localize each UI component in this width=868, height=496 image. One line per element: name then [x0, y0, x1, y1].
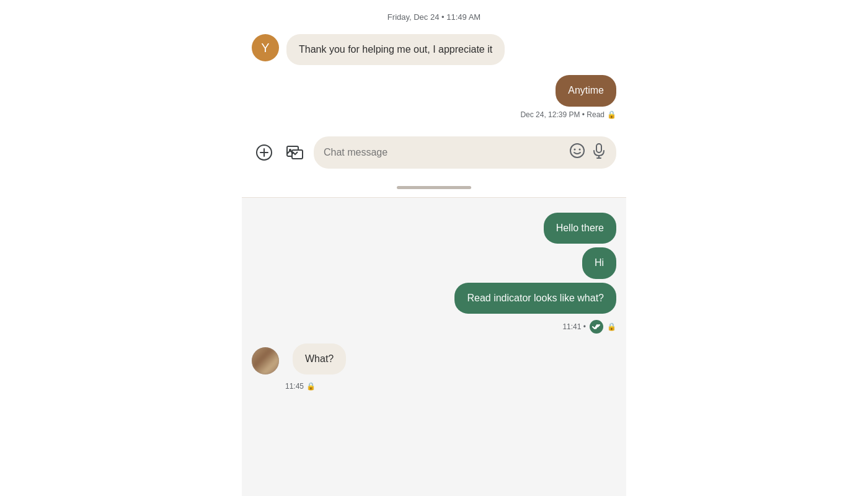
- svg-point-8: [579, 148, 581, 150]
- sent-lock-icon: 🔒: [607, 322, 616, 331]
- sent-status: Dec 24, 12:39 PM • Read 🔒: [520, 110, 616, 119]
- double-check-badge: [590, 320, 603, 334]
- add-button[interactable]: [252, 140, 277, 165]
- svg-rect-4: [292, 150, 303, 159]
- sent-message-row: Anytime Dec 24, 12:39 PM • Read 🔒: [252, 75, 616, 118]
- home-bar: [397, 186, 471, 189]
- double-check-icon: [592, 324, 601, 330]
- received-lock-icon: 🔒: [306, 382, 316, 391]
- home-indicator: [242, 179, 626, 197]
- sent-messages-group: Hello there Hi Read indicator looks like…: [252, 213, 616, 334]
- svg-point-7: [574, 148, 576, 150]
- svg-rect-9: [596, 144, 601, 153]
- avatar-photo: [252, 347, 279, 374]
- emoji-button[interactable]: [569, 143, 585, 162]
- lock-icon: 🔒: [607, 110, 616, 119]
- svg-point-6: [570, 144, 584, 157]
- received-message-row: Y Thank you for helping me out, I apprec…: [252, 34, 616, 65]
- add-icon: [255, 144, 273, 161]
- sent-status-line: 11:41 • 🔒: [562, 320, 616, 334]
- bottom-conversation: Hello there Hi Read indicator looks like…: [242, 198, 626, 496]
- message-input-wrap[interactable]: [314, 136, 616, 169]
- sent-bubble-anytime: Anytime: [556, 75, 616, 106]
- chat-container: Friday, Dec 24 • 11:49 AM Y Thank you fo…: [242, 0, 626, 496]
- sent-bubble-hi: Hi: [582, 247, 616, 278]
- gallery-icon: [286, 144, 304, 161]
- received-status: 11:45 🔒: [285, 382, 616, 391]
- emoji-icon: [569, 143, 585, 159]
- mic-icon: [591, 143, 606, 159]
- message-input[interactable]: [324, 147, 563, 158]
- mic-button[interactable]: [591, 143, 606, 162]
- received-bubble-what: What?: [293, 343, 346, 374]
- input-bar: [242, 129, 626, 179]
- date-label: Friday, Dec 24 • 11:49 AM: [252, 12, 616, 22]
- sent-bubble-read-indicator: Read indicator looks like what?: [454, 283, 616, 314]
- received-bubble: Thank you for helping me out, I apprecia…: [286, 34, 505, 65]
- sent-bubble-hello: Hello there: [544, 213, 616, 244]
- avatar-y: Y: [252, 34, 279, 61]
- avatar-photo-inner: [252, 347, 279, 374]
- received-message-row-bottom: What?: [252, 343, 616, 374]
- top-conversation: Friday, Dec 24 • 11:49 AM Y Thank you fo…: [242, 0, 626, 129]
- gallery-button[interactable]: [283, 140, 308, 165]
